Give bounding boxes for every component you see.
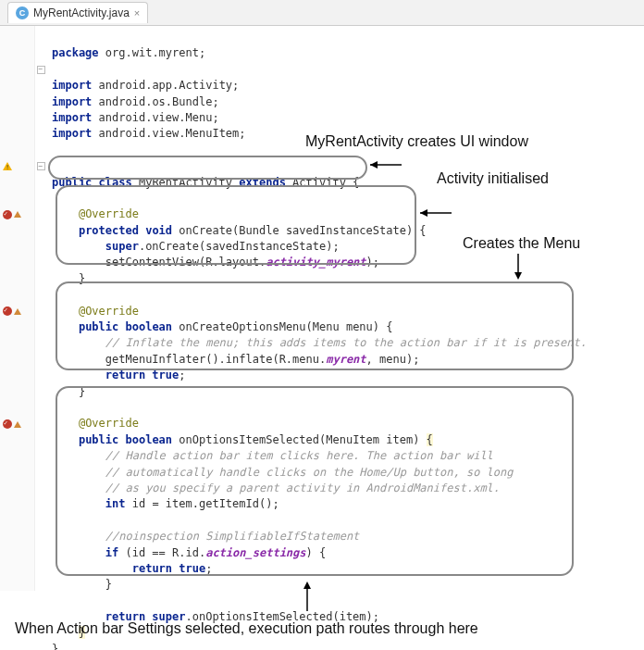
gutter: [0, 26, 35, 591]
breakpoint-icon: [3, 210, 12, 219]
override-up-icon: [14, 211, 21, 218]
override-up-icon: [14, 308, 21, 315]
fold-column: − −: [35, 26, 46, 591]
file-tab[interactable]: C MyRentActivity.java ×: [7, 2, 148, 23]
breakpoint-icon: [3, 306, 12, 316]
warning-icon: [3, 162, 12, 170]
override-up-icon: [14, 421, 21, 428]
breakpoint-icon: [3, 419, 12, 429]
code-area[interactable]: package org.wit.myrent; import android.a…: [46, 26, 644, 591]
close-icon[interactable]: ×: [134, 7, 140, 19]
callout-bottom: When Action bar Settings selected, execu…: [15, 620, 629, 637]
gutter-bp[interactable]: [0, 304, 34, 319]
tab-filename: MyRentActivity.java: [33, 6, 130, 19]
code-editor[interactable]: − − package org.wit.myrent: [0, 26, 644, 591]
callout-creates-menu: Creates the Menu: [463, 235, 580, 252]
callout-activity-init: Activity initialised: [437, 170, 549, 187]
gutter-bp[interactable]: [0, 416, 34, 431]
class-icon: C: [16, 6, 29, 19]
fold-icon[interactable]: −: [37, 162, 45, 170]
fold-icon[interactable]: −: [37, 66, 45, 74]
gutter-bp[interactable]: [0, 206, 34, 222]
gutter-warn: [0, 158, 34, 174]
callout-creates-window: MyRentActivity creates UI window: [305, 133, 528, 150]
tab-bar: C MyRentActivity.java ×: [0, 0, 644, 26]
